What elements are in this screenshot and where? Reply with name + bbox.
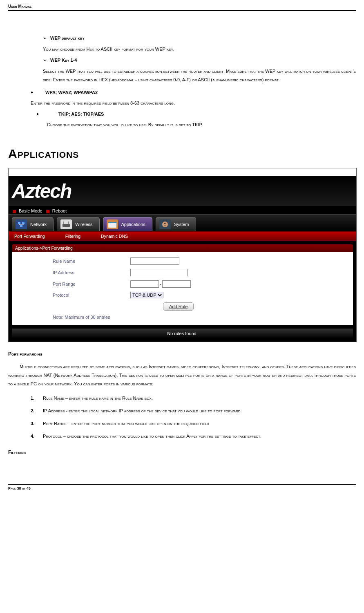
- tab-label: Applications: [121, 222, 145, 227]
- arrow-icon: ➢: [43, 36, 50, 41]
- input-rule-name[interactable]: [130, 257, 179, 265]
- arrow-icon: ➢: [43, 58, 50, 63]
- main-tabs: Network Wireless Applications System: [9, 215, 356, 232]
- select-protocol[interactable]: TCP & UDP: [130, 292, 163, 298]
- network-icon: [16, 219, 27, 229]
- svg-rect-7: [108, 222, 116, 223]
- heading-port-forwarding: Port forwarding: [8, 351, 356, 357]
- wpa-desc: Enter the password in the required field…: [31, 99, 356, 107]
- subtab-filtering[interactable]: Filtering: [65, 234, 80, 239]
- square-icon: [46, 210, 49, 213]
- breadcrumb: Applications->Port Forwarding: [12, 244, 353, 252]
- svg-rect-1: [22, 222, 25, 224]
- tab-system[interactable]: System: [156, 217, 196, 231]
- list-item: ➢ WEP Key 1-4: [43, 58, 356, 63]
- label-rule-name: Rule Name: [53, 259, 130, 264]
- svg-rect-3: [63, 224, 70, 227]
- page-header: User Manual: [8, 4, 356, 11]
- add-rule-button[interactable]: Add Rule: [163, 302, 194, 311]
- wep-key14-desc: Select the WEP that you will use to esta…: [43, 67, 356, 84]
- subtab-port-forwarding[interactable]: Port Forwarding: [14, 234, 45, 239]
- svg-point-10: [165, 223, 166, 224]
- tab-network[interactable]: Network: [12, 217, 54, 231]
- link-reboot[interactable]: Reboot: [52, 208, 67, 213]
- list-item: 4.Protocol – choose the protocol that yo…: [31, 432, 356, 441]
- label-protocol: Protocol: [53, 293, 130, 298]
- list-item: ● WPA; WPA2; WPA/WPA2: [31, 90, 356, 95]
- port-forwarding-intro: Multiple connections are required by som…: [8, 362, 356, 388]
- top-links: Basic Mode Reboot: [9, 206, 356, 215]
- screenshot-router-ui: Aztech Basic Mode Reboot Network Wireles…: [8, 168, 357, 342]
- tab-label: Network: [30, 222, 47, 227]
- svg-rect-2: [20, 225, 22, 227]
- subtab-dynamic-dns[interactable]: Dynamic DNS: [101, 234, 128, 239]
- wpa-title: WPA; WPA2; WPA/WPA2: [45, 90, 98, 95]
- bullet-icon: ●: [36, 112, 58, 116]
- list-item: ➢ WEP default key: [43, 36, 356, 41]
- square-icon: [13, 210, 16, 213]
- tkip-title: TKIP; AES; TKIP/AES: [58, 112, 104, 116]
- wep-key14-title: WEP Key 1-4: [50, 58, 77, 63]
- svg-point-8: [162, 221, 168, 227]
- input-ip[interactable]: [130, 269, 188, 276]
- tab-applications[interactable]: Applications: [103, 217, 152, 231]
- dash: -: [159, 282, 162, 286]
- svg-point-9: [164, 223, 165, 224]
- list-item: 3.Port Range – enter the port number tha…: [31, 419, 356, 428]
- list-item: 1.Rule Name – enter the rule name in the…: [31, 394, 356, 403]
- tab-wireless[interactable]: Wireless: [57, 217, 99, 231]
- wep-default-key-desc: You may choose from Hex to ASCII key for…: [43, 45, 356, 54]
- numbered-list: 1.Rule Name – enter the rule name in the…: [31, 394, 356, 441]
- system-icon: [159, 219, 171, 229]
- list-item: 2.IP Address - enter the local network I…: [31, 407, 356, 415]
- tkip-desc: Choose the encryption that you would lik…: [47, 121, 356, 129]
- form-panel: Rule Name IP Address Port Range - Protoc…: [12, 252, 353, 325]
- bullet-icon: ●: [31, 90, 45, 95]
- wep-default-key-title: WEP default key: [50, 36, 85, 41]
- note-max-entries: Note: Maximum of 30 entries: [53, 315, 337, 320]
- label-port-range: Port Range: [53, 282, 130, 286]
- wireless-icon: [60, 219, 72, 229]
- label-ip: IP Address: [53, 270, 130, 275]
- link-basic-mode[interactable]: Basic Mode: [19, 208, 42, 213]
- input-port-from[interactable]: [130, 280, 159, 288]
- heading-applications: Applications: [8, 147, 356, 161]
- logo: Aztech: [12, 180, 71, 202]
- tab-label: System: [174, 222, 189, 227]
- no-rules-message: No rules found.: [12, 329, 353, 338]
- svg-rect-0: [18, 222, 20, 224]
- sub-tabs: Port Forwarding Filtering Dynamic DNS: [9, 232, 356, 241]
- logo-row: Aztech: [9, 176, 356, 206]
- applications-icon: [107, 219, 118, 229]
- heading-filtering: Filtering: [8, 450, 356, 455]
- list-item: ● TKIP; AES; TKIP/AES: [36, 112, 356, 116]
- page-footer: Page 38 of 45: [8, 484, 356, 490]
- input-port-to[interactable]: [162, 280, 191, 288]
- tab-label: Wireless: [75, 222, 92, 227]
